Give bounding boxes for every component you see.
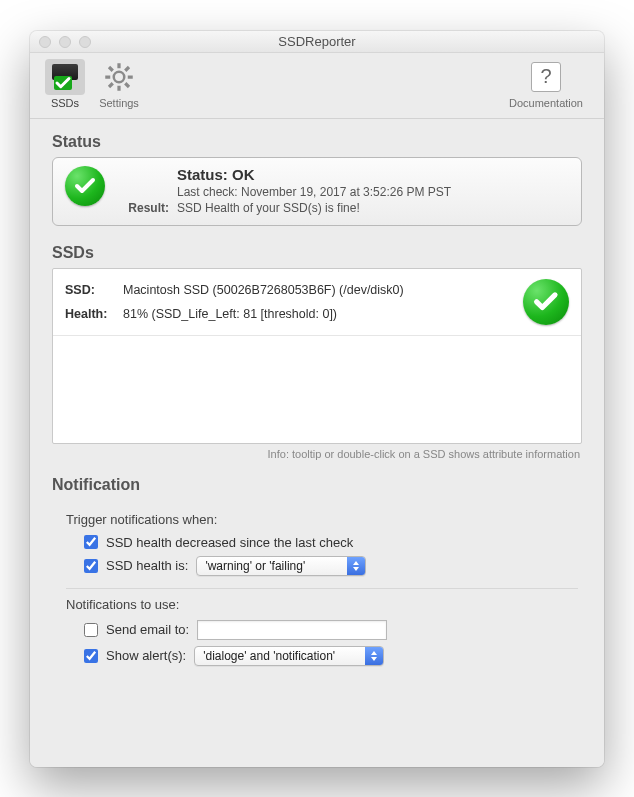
minimize-window-button[interactable] [59, 36, 71, 48]
svg-line-8 [125, 67, 129, 71]
opt-send-email-label: Send email to: [106, 622, 189, 637]
notification-heading: Notification [52, 476, 582, 494]
toolbar: SSDs Settings ? Documentation [30, 53, 604, 119]
zoom-window-button[interactable] [79, 36, 91, 48]
ssd-drive-icon [50, 64, 80, 90]
opt-health-is-checkbox[interactable] [84, 559, 98, 573]
close-window-button[interactable] [39, 36, 51, 48]
opt-health-is-select[interactable]: 'warning' or 'failing' [196, 556, 366, 576]
ssd-info-hint: Info: tooltip or double-click on a SSD s… [52, 448, 580, 460]
opt-health-decreased-label: SSD health decreased since the last chec… [106, 535, 353, 550]
opt-send-email-input[interactable] [197, 620, 387, 640]
toolbar-settings-tab[interactable]: Settings [94, 59, 144, 109]
status-last-check: Last check: November 19, 2017 at 3:52:26… [177, 185, 569, 199]
opt-show-alerts-label: Show alert(s): [106, 648, 186, 663]
opt-show-alerts-checkbox[interactable] [84, 649, 98, 663]
opt-health-decreased-checkbox[interactable] [84, 535, 98, 549]
status-headline: Status: OK [177, 166, 569, 183]
gear-icon [99, 59, 139, 95]
status-heading: Status [52, 133, 582, 151]
divider [66, 588, 578, 589]
ssd-list-row[interactable]: SSD: Macintosh SSD (50026B7268053B6F) (/… [53, 269, 581, 336]
opt-send-email-checkbox[interactable] [84, 623, 98, 637]
toolbar-settings-label: Settings [94, 97, 144, 109]
content-pane: Status Status: OK Last check: November 1… [30, 119, 604, 767]
status-panel: Status: OK Last check: November 19, 2017… [52, 157, 582, 226]
notifications-to-use-label: Notifications to use: [66, 597, 578, 612]
app-window: SSDReporter SSDs Settings [30, 31, 604, 767]
svg-line-5 [109, 67, 113, 71]
opt-send-email-row: Send email to: [84, 620, 578, 640]
status-ok-icon [65, 166, 105, 206]
ssd-row-name: Macintosh SSD (50026B7268053B6F) (/dev/d… [123, 283, 509, 297]
opt-health-is-row: SSD health is: 'warning' or 'failing' [84, 556, 578, 576]
opt-show-alerts-row: Show alert(s): 'dialoge' and 'notificati… [84, 646, 578, 666]
opt-health-decreased-row: SSD health decreased since the last chec… [84, 535, 578, 550]
svg-point-0 [114, 71, 125, 82]
ssd-row-ssd-label: SSD: [65, 283, 123, 297]
status-result-text: SSD Health of your SSD(s) is fine! [177, 201, 569, 215]
toolbar-ssds-label: SSDs [40, 97, 90, 109]
toolbar-documentation-label: Documentation [498, 97, 594, 109]
opt-show-alerts-select[interactable]: 'dialoge' and 'notification' [194, 646, 384, 666]
svg-line-7 [109, 83, 113, 87]
ssd-row-health: 81% (SSD_Life_Left: 81 [threshold: 0]) [123, 307, 509, 321]
traffic-lights [39, 36, 91, 48]
titlebar: SSDReporter [30, 31, 604, 53]
ssds-heading: SSDs [52, 244, 582, 262]
ssd-row-health-label: Health: [65, 307, 123, 321]
help-icon: ? [531, 62, 561, 92]
ssd-row-ok-icon [523, 279, 569, 325]
svg-line-6 [125, 83, 129, 87]
window-title: SSDReporter [278, 34, 355, 49]
ssd-list: SSD: Macintosh SSD (50026B7268053B6F) (/… [52, 268, 582, 444]
opt-health-is-label: SSD health is: [106, 558, 188, 573]
status-result-label: Result: [117, 201, 177, 215]
trigger-notifications-label: Trigger notifications when: [66, 512, 578, 527]
toolbar-documentation-button[interactable]: ? Documentation [498, 59, 594, 109]
toolbar-ssds-tab[interactable]: SSDs [40, 59, 90, 109]
